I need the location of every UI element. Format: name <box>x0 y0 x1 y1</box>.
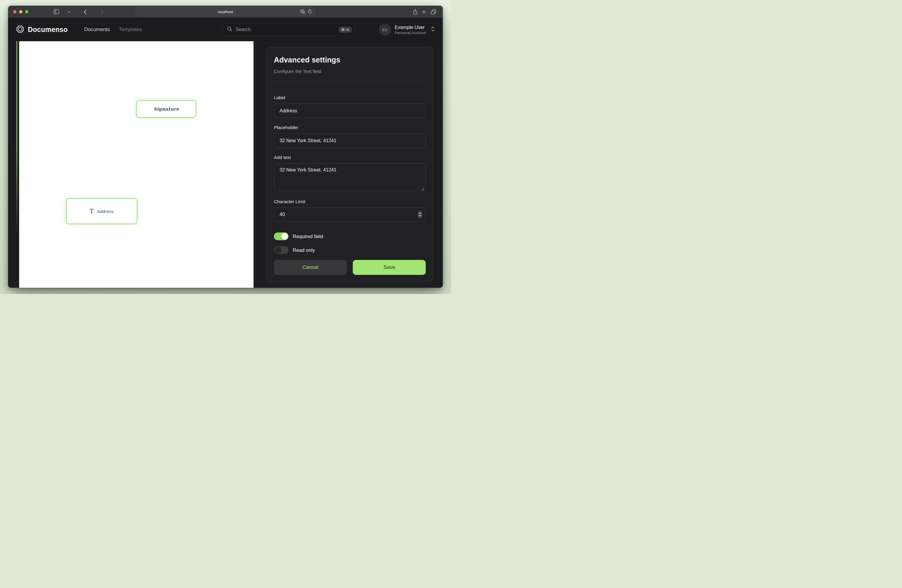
main-nav: Documents Templates <box>84 27 142 33</box>
label-field-label: Label <box>274 95 426 100</box>
signature-field-label: Signature <box>153 106 179 112</box>
app-header: Documenso Documents Templates Search ⌘+K… <box>8 18 443 41</box>
character-limit-input[interactable] <box>274 207 426 222</box>
required-field-label: Required field <box>293 234 323 239</box>
documenso-logo-icon <box>16 25 25 34</box>
text-field-address[interactable]: T Address <box>66 199 137 224</box>
panel-subtitle: Configure the Text field <box>274 69 426 74</box>
account-menu[interactable]: EU Example User Personal Account <box>379 24 435 36</box>
url-text: localhost <box>218 9 233 14</box>
character-limit-label: Character Limit <box>274 199 426 204</box>
address-bar-actions: A x <box>300 9 312 15</box>
account-name: Example User <box>395 24 426 30</box>
browser-window: localhost A x <box>8 6 443 288</box>
forward-icon[interactable] <box>101 6 104 18</box>
document-page: Signature T Address <box>19 41 254 288</box>
close-window-button[interactable] <box>13 10 16 13</box>
add-text-field-label: Add text <box>274 155 426 160</box>
search-input[interactable]: Search ⌘+K <box>222 23 355 36</box>
search-icon <box>227 27 232 33</box>
browser-toolbar: localhost A x <box>8 6 443 18</box>
add-text-textarea[interactable]: 32 New York Street, 41241 <box>274 163 426 191</box>
brand[interactable]: Documenso <box>16 25 67 34</box>
required-field-row: Required field <box>274 233 426 240</box>
text-field-label: Address <box>97 209 114 214</box>
read-only-row: Read only <box>274 246 426 254</box>
account-type: Personal Account <box>395 30 426 35</box>
resize-handle-icon[interactable] <box>421 186 424 189</box>
cancel-button[interactable]: Cancel <box>274 260 347 275</box>
panel-actions: Cancel Save <box>274 260 426 275</box>
document-area: Signature T Address <box>8 41 255 288</box>
sidebar-toggle-icon[interactable] <box>53 6 60 18</box>
placeholder-field-label: Placeholder <box>274 125 426 130</box>
required-field-toggle[interactable] <box>274 233 288 240</box>
panel-divider <box>274 82 426 82</box>
desktop: localhost A x <box>0 0 451 294</box>
translate-icon[interactable]: A x <box>300 9 305 15</box>
avatar: EU <box>379 24 391 36</box>
panel-title: Advanced settings <box>274 55 426 64</box>
brand-name: Documenso <box>28 26 67 34</box>
read-only-toggle[interactable] <box>274 246 288 254</box>
placeholder-input[interactable] <box>274 134 426 148</box>
zoom-window-button[interactable] <box>25 10 28 13</box>
nav-item-documents[interactable]: Documents <box>84 27 110 33</box>
toggle-thumb <box>281 233 288 239</box>
reload-icon[interactable] <box>308 9 312 15</box>
text-type-icon: T <box>90 208 94 215</box>
address-bar[interactable]: localhost A x <box>136 8 315 16</box>
label-input[interactable] <box>274 104 426 118</box>
settings-sidebar: Advanced settings Configure the Text fie… <box>255 41 443 288</box>
advanced-settings-card: Advanced settings Configure the Text fie… <box>266 47 433 282</box>
add-text-wrap: 32 New York Street, 41241 <box>274 163 426 191</box>
toggle-thumb <box>274 247 281 253</box>
document-progress-line <box>16 41 17 235</box>
signature-field[interactable]: Signature <box>136 100 196 118</box>
new-tab-icon[interactable] <box>421 6 426 18</box>
back-icon[interactable] <box>84 6 87 18</box>
search-placeholder: Search <box>236 27 339 32</box>
read-only-label: Read only <box>293 247 315 253</box>
search-shortcut-badge: ⌘+K <box>339 27 352 33</box>
tab-overview-icon[interactable] <box>431 6 436 18</box>
share-icon[interactable] <box>413 6 418 18</box>
chevron-up-down-icon <box>431 27 435 33</box>
account-texts: Example User Personal Account <box>395 24 426 35</box>
sidebar-chevron-icon[interactable] <box>68 6 70 18</box>
save-button[interactable]: Save <box>353 260 426 275</box>
nav-item-templates[interactable]: Templates <box>119 27 142 33</box>
window-controls <box>13 10 28 13</box>
svg-text:x: x <box>304 11 304 13</box>
app-body: Signature T Address Advanced settings Co… <box>8 41 443 288</box>
number-stepper[interactable] <box>418 211 422 218</box>
svg-text:A: A <box>301 10 303 12</box>
minimize-window-button[interactable] <box>19 10 22 13</box>
character-limit-wrap <box>274 207 426 222</box>
